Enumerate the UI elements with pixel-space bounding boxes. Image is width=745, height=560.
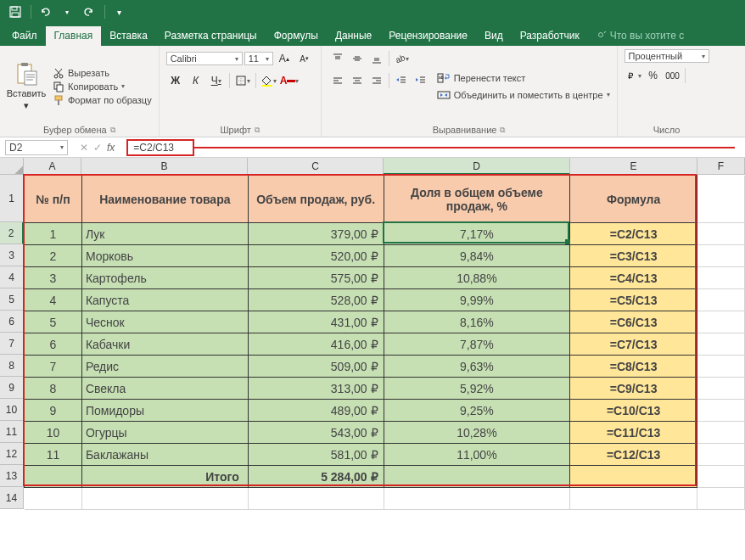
- cell-r11-c0[interactable]: 10: [25, 422, 82, 444]
- cell-r7-c2[interactable]: 416,00 ₽: [248, 333, 384, 356]
- cell-r8-c2[interactable]: 509,00 ₽: [248, 356, 384, 378]
- row-header-4[interactable]: 4: [0, 266, 24, 288]
- cell-r9-c0[interactable]: 8: [25, 378, 82, 400]
- font-color-button[interactable]: A▾: [280, 71, 299, 90]
- cell-r11-c1[interactable]: Огурцы: [81, 422, 248, 444]
- cell-r12-c0[interactable]: 11: [25, 444, 82, 466]
- customize-qat-button[interactable]: ▾: [109, 2, 129, 22]
- cell-total-a[interactable]: [25, 466, 82, 488]
- tell-me[interactable]: Что вы хотите с: [588, 26, 693, 46]
- align-right-button[interactable]: [367, 71, 386, 90]
- row-header-6[interactable]: 6: [0, 311, 24, 333]
- align-middle-button[interactable]: [348, 49, 367, 68]
- cell-r6-c3[interactable]: 8,16%: [384, 311, 570, 333]
- row-header-7[interactable]: 7: [0, 333, 24, 355]
- number-format-combo[interactable]: Процентный▾: [625, 49, 709, 63]
- col-header-A[interactable]: A: [24, 158, 81, 175]
- wrap-text-button[interactable]: abПеренести текст: [437, 72, 610, 84]
- cell-r9-c2[interactable]: 313,00 ₽: [248, 378, 384, 400]
- cell-r4-c3[interactable]: 10,88%: [384, 267, 570, 289]
- cell-empty-14-0[interactable]: [25, 488, 82, 510]
- redo-button[interactable]: [79, 2, 99, 22]
- cell-r6-c4[interactable]: =C6/C13: [570, 311, 697, 333]
- undo-dropdown[interactable]: ▾: [57, 2, 77, 22]
- cell-r8-c0[interactable]: 7: [25, 356, 82, 378]
- cell-r5-c1[interactable]: Капуста: [81, 289, 248, 311]
- align-bottom-button[interactable]: [367, 49, 386, 68]
- tab-formulas[interactable]: Формулы: [266, 26, 327, 46]
- tab-developer[interactable]: Разработчик: [512, 26, 588, 46]
- clipboard-launcher[interactable]: ⧉: [110, 126, 115, 135]
- font-size-combo[interactable]: 11▾: [244, 52, 273, 65]
- paste-button[interactable]: Вставить ▾: [7, 49, 46, 123]
- tab-file[interactable]: Файл: [3, 26, 46, 46]
- header-cell-c[interactable]: Объем продаж, руб.: [248, 176, 384, 223]
- header-cell-a[interactable]: № п/п: [25, 176, 82, 223]
- cell-r6-c0[interactable]: 5: [25, 311, 82, 333]
- row-header-1[interactable]: 1: [0, 175, 24, 222]
- cell-r7-c3[interactable]: 7,87%: [384, 333, 570, 356]
- cell-r10-c2[interactable]: 489,00 ₽: [248, 400, 384, 422]
- cell-empty-14-1[interactable]: [81, 488, 248, 510]
- cell-r4-c2[interactable]: 575,00 ₽: [248, 267, 384, 289]
- copy-button[interactable]: Копировать ▾: [53, 81, 152, 92]
- col-header-D[interactable]: D: [384, 158, 570, 175]
- spreadsheet-grid[interactable]: ABCDEF 1234567891011121314 № п/пНаименов…: [0, 158, 745, 510]
- cell-r9-c1[interactable]: Свекла: [81, 378, 248, 400]
- cell-r8-c3[interactable]: 9,63%: [384, 356, 570, 378]
- merge-center-button[interactable]: Объединить и поместить в центре ▾: [437, 89, 610, 101]
- cell-r12-c1[interactable]: Баклажаны: [81, 444, 248, 466]
- cell-r11-c3[interactable]: 10,28%: [384, 422, 570, 444]
- cell-total-vol[interactable]: 5 284,00 ₽: [248, 466, 384, 488]
- row-header-10[interactable]: 10: [0, 399, 24, 421]
- tab-view[interactable]: Вид: [476, 26, 512, 46]
- alignment-launcher[interactable]: ⧉: [500, 126, 505, 135]
- cell-r11-c4[interactable]: =C11/C13: [570, 422, 697, 444]
- format-painter-button[interactable]: Формат по образцу: [53, 94, 152, 106]
- cell-r2-c1[interactable]: Лук: [81, 223, 248, 245]
- cancel-formula-button[interactable]: ✕: [80, 142, 88, 154]
- cell-r12-c4[interactable]: =C12/C13: [570, 444, 697, 466]
- underline-button[interactable]: Ч ▾: [207, 71, 226, 90]
- cell-total-e[interactable]: [570, 466, 697, 488]
- bold-button[interactable]: Ж: [166, 71, 185, 90]
- cell-r6-c2[interactable]: 431,00 ₽: [248, 311, 384, 333]
- decrease-font-button[interactable]: A▾: [295, 49, 314, 68]
- percent-button[interactable]: %: [644, 66, 663, 85]
- col-header-C[interactable]: C: [248, 158, 384, 175]
- select-all-button[interactable]: [0, 158, 24, 175]
- align-top-button[interactable]: [328, 49, 347, 68]
- cut-button[interactable]: Вырезать: [53, 67, 152, 79]
- cell-empty-14-4[interactable]: [570, 488, 697, 510]
- cell-r3-c0[interactable]: 2: [25, 245, 82, 267]
- col-header-E[interactable]: E: [570, 158, 697, 175]
- cell-empty-14-5[interactable]: [697, 488, 745, 510]
- cell-r6-c1[interactable]: Чеснок: [81, 311, 248, 333]
- increase-font-button[interactable]: A▴: [275, 49, 294, 68]
- fx-button[interactable]: fx: [107, 142, 115, 154]
- tab-review[interactable]: Рецензирование: [380, 26, 476, 46]
- row-header-8[interactable]: 8: [0, 355, 24, 377]
- currency-button[interactable]: ₽▾: [625, 66, 643, 85]
- name-box[interactable]: D2▾: [5, 140, 68, 155]
- cell-r5-c2[interactable]: 528,00 ₽: [248, 289, 384, 311]
- cell-r12-c3[interactable]: 11,00%: [384, 444, 570, 466]
- cell-r5-c4[interactable]: =C5/C13: [570, 289, 697, 311]
- decrease-indent-button[interactable]: [392, 71, 411, 90]
- row-header-13[interactable]: 13: [0, 465, 24, 487]
- row-header-5[interactable]: 5: [0, 288, 24, 311]
- cell-r2-c2[interactable]: 379,00 ₽: [248, 223, 384, 245]
- cell-r8-c4[interactable]: =C8/C13: [570, 356, 697, 378]
- header-cell-d[interactable]: Доля в общем объеме продаж, %: [384, 176, 570, 223]
- comma-button[interactable]: 000: [664, 66, 682, 85]
- row-header-3[interactable]: 3: [0, 244, 24, 266]
- cell-r5-c3[interactable]: 9,99%: [384, 289, 570, 311]
- increase-indent-button[interactable]: [412, 71, 430, 90]
- col-header-F[interactable]: F: [697, 158, 745, 175]
- cell-r12-c2[interactable]: 581,00 ₽: [248, 444, 384, 466]
- row-header-14[interactable]: 14: [0, 487, 24, 509]
- cell-r2-c3[interactable]: 7,17%: [384, 223, 570, 245]
- cell-total-d[interactable]: [384, 466, 570, 488]
- tab-home[interactable]: Главная: [46, 26, 102, 46]
- enter-formula-button[interactable]: ✓: [93, 142, 102, 154]
